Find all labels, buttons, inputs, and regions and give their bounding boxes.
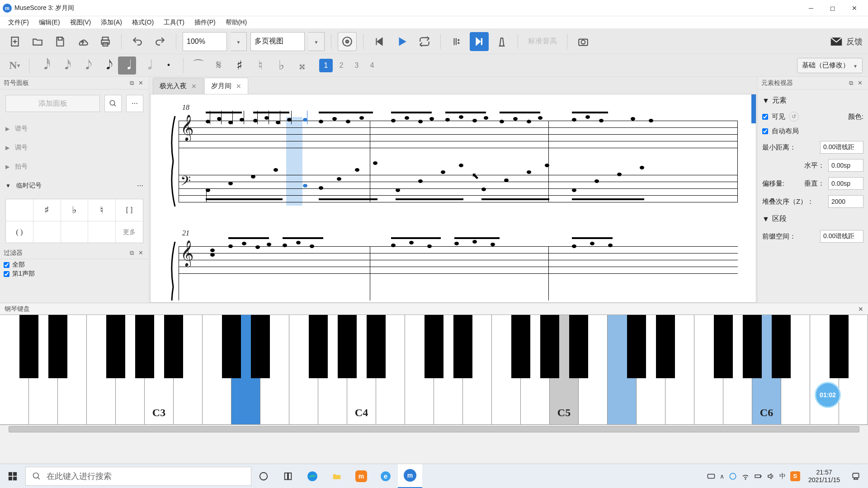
taskbar-edge[interactable] [300, 464, 325, 488]
white-key[interactable] [405, 315, 434, 424]
slur-button[interactable]: 𝄋 [210, 56, 228, 75]
metronome-button[interactable] [338, 32, 357, 51]
menu-view[interactable]: 视图(V) [66, 18, 95, 28]
save-button[interactable] [51, 32, 70, 51]
filter-undock[interactable]: ⧉ [127, 249, 136, 258]
menu-file[interactable]: 文件(F) [5, 18, 33, 28]
view-mode-dropdown[interactable] [308, 32, 325, 51]
filter-voice1-checkbox[interactable] [4, 271, 9, 277]
white-key[interactable] [810, 315, 839, 424]
reset-visible-button[interactable]: ↺ [789, 112, 799, 122]
white-key[interactable] [376, 315, 405, 424]
white-key[interactable] [174, 315, 203, 424]
browser-tray-icon[interactable] [729, 472, 737, 480]
palette-undock[interactable]: ⧉ [127, 79, 136, 88]
natural-button[interactable]: ♮ [251, 56, 269, 75]
sharp-button[interactable]: ♯ [231, 56, 249, 75]
cloud-save-button[interactable] [73, 32, 92, 51]
play-button[interactable] [392, 32, 411, 51]
palette-search-button[interactable] [104, 95, 122, 112]
concert-pitch-label[interactable]: 标准音高 [524, 37, 561, 46]
white-key[interactable] [839, 315, 868, 424]
vertical-scrollbar[interactable] [751, 94, 756, 123]
white-key[interactable] [694, 315, 723, 424]
palette-section-timesig[interactable]: ▶拍号 [5, 157, 143, 176]
acc-flat[interactable]: ♭ [61, 199, 89, 221]
undo-button[interactable] [128, 32, 147, 51]
white-key[interactable] [637, 315, 665, 424]
voice-1[interactable]: 1 [319, 59, 333, 72]
rewind-button[interactable] [370, 32, 389, 51]
add-palette-button[interactable]: 添加面板 [5, 95, 100, 112]
min-distance-input[interactable]: 0.00谱线距 [820, 141, 863, 154]
tab-close-icon[interactable]: ✕ [236, 83, 241, 90]
white-key[interactable]: C4 [347, 315, 376, 424]
print-button[interactable] [96, 32, 115, 51]
white-key[interactable] [318, 315, 347, 424]
menu-help[interactable]: 帮助(H) [222, 18, 250, 28]
palette-section-clefs[interactable]: ▶谱号 [5, 119, 143, 138]
taskbar-app[interactable] [276, 464, 300, 488]
white-key[interactable] [781, 315, 810, 424]
white-key[interactable] [87, 315, 116, 424]
autoplace-checkbox[interactable] [762, 128, 768, 134]
system-tray[interactable]: ∧ 中 S [703, 471, 805, 481]
inspector-close[interactable]: ✕ [855, 79, 864, 88]
maximize-button[interactable]: ◻ [822, 0, 844, 16]
offset-y-input[interactable]: 0.00sp [828, 177, 863, 190]
white-key[interactable]: C3 [145, 315, 174, 424]
duration-8th[interactable]: 𝅘𝅥𝅮 [97, 56, 115, 75]
new-file-button[interactable] [5, 32, 24, 51]
score-tab[interactable]: 极光入夜✕ [153, 78, 203, 94]
menu-add[interactable]: 添加(A) [97, 18, 126, 28]
horizontal-scrollbar[interactable] [0, 425, 868, 434]
palette-section-accidentals[interactable]: ▼临时记号⋯ [5, 176, 143, 195]
visible-checkbox[interactable] [762, 114, 768, 120]
tie-button[interactable]: ⁀ [189, 56, 207, 75]
minimize-button[interactable]: ─ [800, 0, 822, 16]
score-tab[interactable]: 岁月间✕ [204, 78, 248, 94]
duration-dot[interactable]: • [160, 56, 178, 75]
leading-space-input[interactable]: 0.00谱线距 [820, 230, 863, 243]
menu-format[interactable]: 格式(O) [128, 18, 157, 28]
inspector-section-element[interactable]: ▼元素 [762, 92, 863, 109]
piano-close[interactable]: ✕ [858, 305, 863, 313]
start-button[interactable] [0, 464, 25, 488]
taskbar-explorer[interactable] [325, 464, 349, 488]
open-file-button[interactable] [28, 32, 47, 51]
tab-close-icon[interactable]: ✕ [191, 83, 197, 90]
white-key[interactable] [116, 315, 145, 424]
white-key[interactable] [29, 315, 58, 424]
taskbar-app-orange[interactable]: m [349, 464, 373, 488]
volume-icon[interactable] [767, 472, 775, 480]
white-key[interactable] [434, 315, 463, 424]
taskbar-ie[interactable]: e [373, 464, 398, 488]
acc-more[interactable]: 更多 [116, 221, 143, 243]
white-key[interactable] [608, 315, 637, 424]
acc-none[interactable] [6, 199, 33, 221]
white-key[interactable] [289, 315, 318, 424]
wifi-icon[interactable] [741, 472, 750, 480]
redo-button[interactable] [151, 32, 170, 51]
zoom-dropdown[interactable] [231, 32, 247, 51]
note-input-mode-button[interactable]: N▾ [5, 56, 24, 75]
piano-keyboard[interactable]: C3C4C5C6 01:02 [0, 314, 868, 425]
white-key[interactable]: C6 [752, 315, 781, 424]
white-key[interactable] [723, 315, 752, 424]
white-key[interactable] [260, 315, 289, 424]
filter-all-checkbox[interactable] [4, 262, 9, 268]
battery-icon[interactable] [754, 472, 762, 480]
acc-natural[interactable]: ♮ [88, 199, 116, 221]
duration-16th[interactable]: 𝅘𝅥𝅮 [76, 56, 94, 75]
white-key[interactable] [521, 315, 550, 424]
duration-quarter[interactable]: 𝅘𝅥 [118, 56, 136, 75]
palette-more-button[interactable]: ⋯ [126, 95, 143, 112]
white-key[interactable] [58, 315, 87, 424]
zoom-input[interactable]: 100% [183, 32, 227, 51]
tray-chevron-icon[interactable]: ∧ [720, 473, 724, 480]
voice-4[interactable]: 4 [365, 59, 379, 72]
ime-icon[interactable]: 中 [779, 472, 786, 480]
offset-x-input[interactable]: 0.00sp [828, 159, 863, 172]
white-key[interactable] [463, 315, 492, 424]
play-to-end-button[interactable] [470, 32, 489, 51]
